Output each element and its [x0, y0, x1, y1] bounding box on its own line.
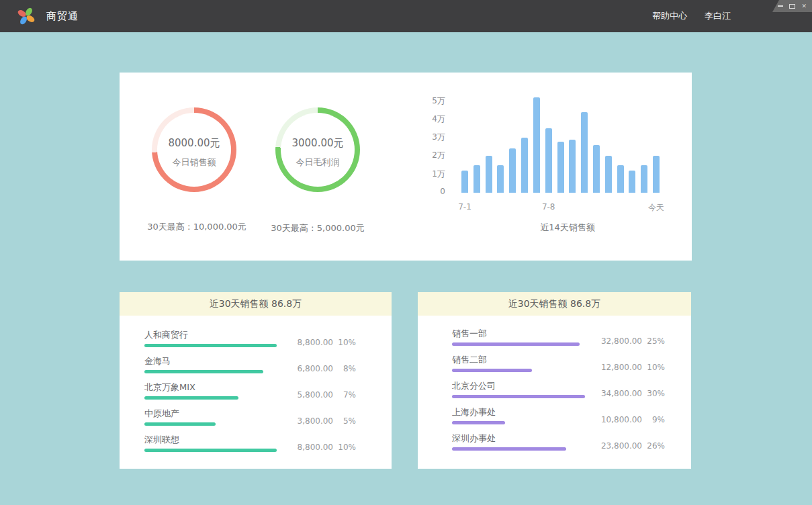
rank-row: 北京分公司34,800.0030%: [452, 379, 665, 405]
sales-bar: [473, 165, 480, 193]
sales-bar: [509, 148, 516, 193]
rank-row-name: 金海马: [144, 355, 171, 367]
sales-bar: [605, 156, 612, 193]
customer-rank-card: 近30天销售额 86.8万 人和商贸行8,800.0010%金海马6,800.0…: [120, 292, 392, 469]
sales-bar: [593, 145, 600, 193]
rank-row-percent: 8%: [333, 364, 356, 373]
help-center-link[interactable]: 帮助中心: [652, 10, 687, 22]
rank-row-name: 北京分公司: [452, 380, 496, 392]
rank-row-amount: 3,800.00: [291, 416, 333, 426]
sales-bar: [486, 156, 492, 193]
title-bar: 商贸通 帮助中心 李白江 ✕: [0, 0, 812, 32]
rank-row-name: 中原地产: [144, 408, 179, 420]
rank-row-amount: 8,800.00: [291, 443, 333, 452]
rank-row-name: 销售二部: [452, 354, 487, 366]
x-axis-tick-label: 7-1: [458, 202, 471, 212]
rank-row-amount: 10,800.00: [600, 415, 642, 424]
rank-row-percent: 5%: [333, 416, 356, 426]
today-sales-value: 8000.00元: [168, 137, 220, 150]
rank-row-amount: 34,800.00: [600, 389, 642, 398]
rank-row-amount: 23,800.00: [600, 441, 642, 451]
rank-row: 人和商贸行8,800.0010%: [144, 328, 356, 354]
x-axis-tick-label: 7-8: [542, 202, 555, 212]
rank-row: 销售一部32,800.0025%: [452, 326, 665, 353]
rank-row-amount: 12,800.00: [600, 363, 642, 372]
rank-row-name: 深圳办事处: [452, 432, 496, 445]
rank-row-amount: 6,800.00: [291, 364, 333, 373]
rank-row: 深圳联想8,800.0010%: [144, 432, 356, 459]
rank-row-values: 8,800.0010%: [291, 338, 356, 347]
sales-bar: [533, 97, 540, 193]
department-rank-list: 销售一部32,800.0025%销售二部12,800.0010%北京分公司34,…: [452, 326, 665, 457]
today-sales-30d-max: 30天最高：10,000.00元: [147, 221, 246, 233]
rank-row-bar: [144, 370, 263, 373]
rank-row: 中原地产3,800.005%: [144, 406, 356, 432]
today-profit-label: 今日毛利润: [296, 156, 340, 169]
today-profit-gauge: 3000.00元 今日毛利润: [275, 107, 360, 192]
rank-row-amount: 5,800.00: [291, 390, 333, 400]
minimize-icon[interactable]: [778, 3, 783, 9]
customer-rank-list: 人和商贸行8,800.0010%金海马6,800.008%北京万象MIX5,80…: [144, 328, 356, 459]
rank-row-values: 12,800.0010%: [600, 363, 665, 372]
rank-row-name: 深圳联想: [144, 434, 179, 446]
rank-row: 北京万象MIX5,800.007%: [144, 380, 356, 406]
rank-row-name: 人和商贸行: [144, 329, 188, 341]
y-axis-tick-label: 2万: [425, 150, 445, 161]
close-icon[interactable]: ✕: [801, 3, 807, 9]
sales-bar: [581, 112, 588, 193]
rank-row: 销售二部12,800.0010%: [452, 353, 665, 379]
rank-row-percent: 25%: [642, 336, 665, 346]
rank-row-percent: 10%: [642, 363, 665, 372]
sales-bar: [653, 156, 660, 193]
rank-row-values: 32,800.0025%: [600, 336, 665, 346]
rank-row-bar: [144, 422, 216, 426]
rank-row-percent: 10%: [333, 443, 356, 452]
y-axis-tick-label: 0: [425, 187, 445, 196]
rank-row-bar: [452, 395, 585, 398]
sales-bar: [557, 142, 564, 193]
today-sales-label: 今日销售额: [173, 156, 216, 169]
rank-row-bar: [452, 342, 580, 346]
rank-row-percent: 26%: [642, 441, 665, 451]
rank-row-bar: [452, 447, 566, 451]
rank-row-bar: [144, 449, 277, 452]
rank-row-values: 6,800.008%: [291, 364, 356, 373]
sales-bar: [521, 138, 528, 193]
rank-row-values: 5,800.007%: [291, 390, 356, 400]
user-menu[interactable]: 李白江: [705, 10, 731, 22]
rank-row-values: 34,800.0030%: [600, 389, 665, 398]
department-rank-card: 近30天销售额 86.8万 销售一部32,800.0025%销售二部12,800…: [418, 292, 691, 469]
sales-bar: [497, 165, 504, 193]
today-sales-gauge: 8000.00元 今日销售额: [152, 107, 236, 192]
rank-row-values: 8,800.0010%: [291, 443, 356, 452]
rank-row-values: 10,800.009%: [600, 415, 665, 424]
rank-row-percent: 10%: [333, 338, 356, 347]
rank-row-bar: [144, 396, 238, 400]
rank-row: 金海马6,800.008%: [144, 354, 356, 380]
window-controls: ✕: [772, 0, 812, 12]
app-logo-pinwheel-icon: [17, 7, 36, 26]
customer-rank-title: 近30天销售额 86.8万: [120, 292, 392, 316]
y-axis-tick-label: 4万: [425, 113, 445, 125]
y-axis-tick-label: 1万: [425, 169, 445, 180]
rank-row: 上海办事处10,800.009%: [452, 405, 665, 431]
sales-bar: [629, 171, 635, 193]
y-axis-tick-label: 5万: [425, 95, 445, 107]
rank-row-name: 北京万象MIX: [144, 381, 195, 394]
bar-chart-title: 近14天销售额: [540, 222, 595, 234]
y-axis-tick-label: 3万: [425, 132, 445, 143]
x-axis-tick-label: 今天: [648, 202, 664, 214]
rank-row-name: 销售一部: [452, 328, 487, 340]
today-profit-value: 3000.00元: [291, 137, 343, 150]
sales-bar: [617, 165, 624, 193]
sales-bar: [641, 165, 647, 193]
rank-row-bar: [144, 344, 277, 347]
rank-row-amount: 8,800.00: [291, 338, 333, 347]
rank-row-amount: 32,800.00: [600, 336, 642, 346]
sales-bar: [569, 140, 576, 193]
rank-row-percent: 30%: [642, 389, 665, 398]
rank-row-name: 上海办事处: [452, 406, 496, 418]
maximize-icon[interactable]: [789, 3, 795, 9]
summary-card: 8000.00元 今日销售额 30天最高：10,000.00元 3000.00元…: [120, 73, 692, 261]
rank-row-values: 3,800.005%: [291, 416, 356, 426]
